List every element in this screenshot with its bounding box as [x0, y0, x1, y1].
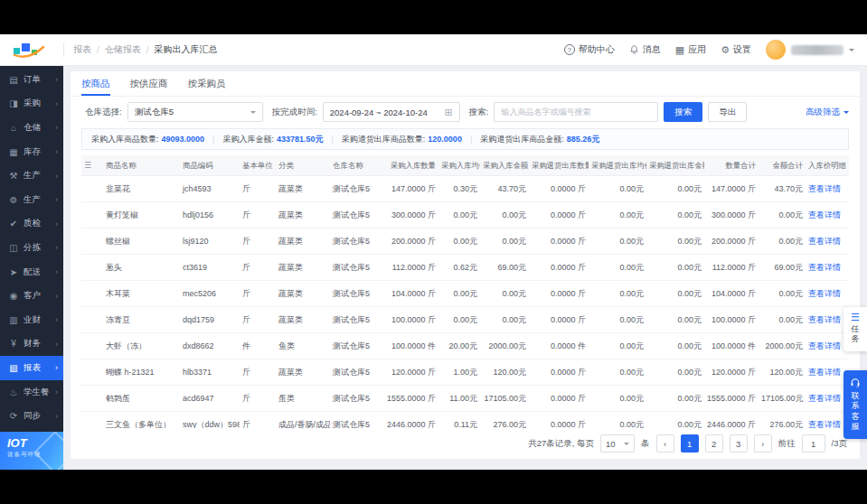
sidebar-item-3[interactable]: ⌂仓储›	[0, 116, 63, 140]
record-count-text: 共27条记录, 每页	[528, 438, 594, 450]
table-cell: 0.00元	[438, 229, 480, 255]
contact-service-widget[interactable]: 联系客服	[843, 370, 867, 439]
warehouse-select[interactable]: 测试仓库5	[127, 102, 263, 122]
table-cell: 0.00元	[646, 307, 704, 333]
sidebar-item-11[interactable]: ▥业财›	[0, 308, 63, 332]
messages-label: 消息	[643, 43, 661, 56]
sidebar-item-5[interactable]: ⚒生产›	[0, 163, 63, 188]
tab-2[interactable]: 按供应商	[130, 71, 168, 96]
page-size-select[interactable]: 10	[600, 434, 635, 453]
view-detail-link[interactable]: 查看详情	[808, 420, 841, 429]
goto-page-input[interactable]: 1	[802, 434, 825, 453]
task-widget[interactable]: ☰ 任务	[843, 307, 867, 351]
chevron-right-icon: ›	[55, 340, 58, 349]
table-cell: 蛋类	[276, 386, 330, 412]
brand-logo[interactable]	[13, 42, 52, 58]
view-detail-link[interactable]: 查看详情	[808, 263, 841, 272]
table-cell: 测试仓库5	[330, 255, 382, 281]
sidebar-item-9[interactable]: ➤配送›	[0, 260, 63, 285]
breadcrumb-item[interactable]: 仓储报表	[105, 43, 141, 56]
table-cell: 300.0000 斤	[382, 202, 438, 229]
table-cell: 测试仓库5	[330, 359, 382, 386]
export-button[interactable]: 导出	[708, 102, 747, 122]
messages-button[interactable]: 消息	[629, 43, 661, 56]
view-detail-link[interactable]: 查看详情	[808, 394, 841, 403]
table-cell: 测试仓库5	[330, 307, 382, 333]
table-cell: 0.0000 斤	[529, 307, 589, 333]
view-detail-link[interactable]: 查看详情	[808, 341, 841, 350]
sidebar-item-6[interactable]: ⚙生产›	[0, 188, 63, 212]
date-range-picker[interactable]: 2024-09-24 ~ 2024-10-24	[323, 102, 460, 122]
view-detail-link[interactable]: 查看详情	[808, 237, 841, 246]
sidebar-item-2[interactable]: ◨采购›	[0, 92, 63, 117]
table-cell: 100.0000 件	[704, 333, 759, 359]
view-detail-link[interactable]: 查看详情	[808, 184, 841, 193]
next-page-button[interactable]: ›	[754, 434, 772, 453]
sidebar-item-15[interactable]: ⟳同步›	[0, 404, 63, 428]
sidebar-item-label: 生产	[24, 170, 51, 182]
table-row: 鹌鹑蛋acd6947斤蛋类测试仓库51555.0000 斤11.00元17105…	[81, 386, 849, 412]
sidebar-item-7[interactable]: ✔质检›	[0, 212, 63, 237]
sidebar-item-10[interactable]: ◉客户›	[0, 284, 63, 308]
column-header: 采购退货出库金额	[646, 155, 704, 176]
sidebar-item-13[interactable]: ▧报表›	[0, 356, 63, 380]
quality-icon: ✔	[8, 219, 19, 229]
table-cell: hlb3371	[180, 359, 240, 386]
settings-button[interactable]: 设置	[721, 43, 751, 56]
sidebar-item-1[interactable]: ▤订单›	[0, 68, 63, 92]
contact-service-label: 联系客服	[852, 391, 860, 432]
column-header: 采购退货出库均价	[589, 155, 646, 176]
page-button-2[interactable]: 2	[705, 434, 723, 453]
search-input[interactable]	[494, 102, 658, 122]
table-cell: 0.00元	[646, 229, 704, 255]
table-cell: 0.0000 斤	[529, 255, 589, 281]
table-cell: 冻青豆	[103, 307, 180, 333]
advanced-filter-toggle[interactable]: 高级筛选	[806, 107, 849, 118]
table-cell: 0.00元	[646, 359, 704, 386]
table-cell: 20.00元	[438, 333, 480, 359]
page-button-3[interactable]: 3	[730, 434, 748, 453]
sidebar-item-label: 配送	[24, 266, 51, 278]
sidebar-item-14[interactable]: ♨学生餐›	[0, 380, 63, 405]
sidebar-item-12[interactable]: ¥财务›	[0, 332, 63, 357]
user-menu[interactable]	[766, 40, 854, 60]
sidebar: ▤订单›◨采购›⌂仓储›▦库存›⚒生产›⚙生产›✔质检›◫分拣›➤配送›◉客户›…	[0, 66, 63, 470]
table-row: 韭菜花jch4593斤蔬菜类测试仓库5147.0000 斤0.30元43.70元…	[81, 176, 849, 202]
tab-1[interactable]: 按商品	[81, 71, 110, 96]
table-cell: 件	[240, 333, 276, 359]
help-center-button[interactable]: ? 帮助中心	[564, 43, 615, 56]
column-settings-icon[interactable]	[84, 161, 91, 170]
table-cell: 112.0000 斤	[382, 255, 438, 281]
table-cell: dqd1759	[180, 307, 240, 333]
warehouse-icon: ⌂	[8, 123, 19, 133]
view-detail-link[interactable]: 查看详情	[808, 289, 841, 298]
apps-grid-icon	[675, 45, 684, 55]
table-cell: 韭菜花	[103, 176, 180, 202]
business-finance-icon: ▥	[8, 315, 19, 325]
summary-value: 49093.0000	[162, 135, 205, 144]
table-cell: 112.0000 斤	[704, 255, 759, 281]
view-detail-link[interactable]: 查看详情	[808, 315, 841, 324]
table-cell: 测试仓库5	[330, 386, 382, 412]
apps-button[interactable]: 应用	[675, 43, 706, 56]
breadcrumb-item[interactable]: 报表	[73, 43, 91, 56]
sidebar-item-label: 仓储	[24, 122, 51, 134]
sorting-icon: ◫	[8, 243, 19, 253]
table-cell: 斤	[240, 307, 276, 333]
view-detail-link[interactable]: 查看详情	[808, 368, 841, 377]
table-cell: 鱼类	[276, 333, 330, 359]
table-cell: 鹌鹑蛋	[103, 386, 180, 412]
sidebar-item-8[interactable]: ◫分拣›	[0, 236, 63, 260]
header-divider	[63, 42, 64, 57]
sidebar-item-4[interactable]: ▦库存›	[0, 140, 63, 164]
table-cell: 黄灯笼椒	[103, 202, 180, 229]
table-cell: 276.00元	[759, 412, 806, 429]
summary-item: 采购退货出库商品数量:120.0000	[342, 134, 462, 145]
view-detail-link[interactable]: 查看详情	[808, 210, 841, 219]
table-cell: 0.0000 件	[529, 333, 589, 359]
page-button-1[interactable]: 1	[681, 434, 699, 453]
table-cell: 147.0000 斤	[704, 176, 759, 202]
search-button[interactable]: 搜索	[664, 102, 702, 122]
prev-page-button[interactable]: ‹	[656, 434, 674, 453]
tab-3[interactable]: 按采购员	[188, 71, 226, 96]
